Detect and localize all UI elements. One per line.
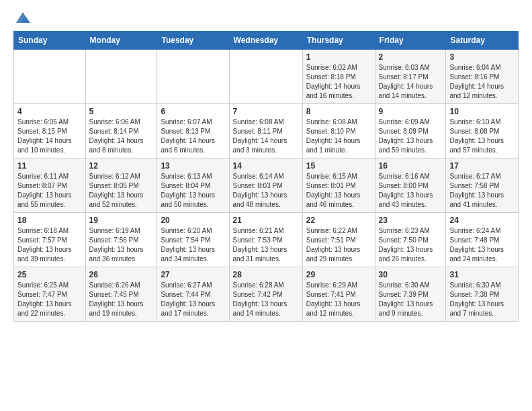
calendar-cell: 7Sunrise: 6:08 AM Sunset: 8:11 PM Daylig… (229, 104, 302, 158)
calendar-table: SundayMondayTuesdayWednesdayThursdayFrid… (13, 31, 519, 322)
day-info: Sunrise: 6:13 AM Sunset: 8:04 PM Dayligh… (161, 172, 225, 210)
day-info: Sunrise: 6:05 AM Sunset: 8:15 PM Dayligh… (17, 118, 82, 155)
calendar-cell: 5Sunrise: 6:06 AM Sunset: 8:14 PM Daylig… (85, 104, 157, 158)
day-info: Sunrise: 6:17 AM Sunset: 7:58 PM Dayligh… (449, 172, 515, 210)
day-info: Sunrise: 6:28 AM Sunset: 7:42 PM Dayligh… (233, 281, 299, 318)
day-number: 14 (233, 161, 299, 171)
day-info: Sunrise: 6:08 AM Sunset: 8:11 PM Dayligh… (233, 118, 299, 155)
calendar-cell: 21Sunrise: 6:21 AM Sunset: 7:53 PM Dayli… (229, 213, 302, 267)
day-number: 10 (449, 107, 515, 116)
day-number: 24 (449, 216, 515, 225)
day-number: 30 (379, 270, 443, 279)
calendar-cell: 22Sunrise: 6:22 AM Sunset: 7:51 PM Dayli… (302, 213, 375, 267)
calendar-week-row: 25Sunrise: 6:25 AM Sunset: 7:47 PM Dayli… (14, 267, 519, 322)
day-number: 21 (233, 216, 299, 225)
calendar-week-row: 11Sunrise: 6:11 AM Sunset: 8:07 PM Dayli… (14, 158, 519, 213)
calendar-cell (229, 50, 302, 104)
calendar-week-row: 1Sunrise: 6:02 AM Sunset: 8:18 PM Daylig… (14, 50, 519, 104)
page-header (13, 11, 519, 24)
day-info: Sunrise: 6:11 AM Sunset: 8:07 PM Dayligh… (17, 172, 82, 210)
day-number: 22 (306, 216, 371, 225)
calendar-cell: 19Sunrise: 6:19 AM Sunset: 7:56 PM Dayli… (85, 213, 157, 267)
weekday-header-saturday: Saturday (446, 32, 519, 50)
calendar-cell: 23Sunrise: 6:23 AM Sunset: 7:50 PM Dayli… (375, 213, 446, 267)
day-number: 19 (89, 216, 154, 225)
day-info: Sunrise: 6:30 AM Sunset: 7:38 PM Dayligh… (449, 281, 515, 318)
calendar-cell: 24Sunrise: 6:24 AM Sunset: 7:48 PM Dayli… (446, 213, 519, 267)
day-number: 15 (306, 161, 371, 171)
day-number: 12 (89, 161, 154, 171)
day-info: Sunrise: 6:03 AM Sunset: 8:17 PM Dayligh… (379, 63, 443, 101)
day-info: Sunrise: 6:29 AM Sunset: 7:41 PM Dayligh… (306, 281, 371, 318)
day-number: 7 (233, 107, 299, 116)
day-number: 3 (449, 52, 515, 62)
calendar-cell: 1Sunrise: 6:02 AM Sunset: 8:18 PM Daylig… (302, 50, 375, 104)
calendar-cell: 20Sunrise: 6:20 AM Sunset: 7:54 PM Dayli… (157, 213, 229, 267)
day-info: Sunrise: 6:18 AM Sunset: 7:57 PM Dayligh… (17, 226, 82, 264)
day-number: 5 (89, 107, 154, 116)
calendar-cell: 26Sunrise: 6:26 AM Sunset: 7:45 PM Dayli… (85, 267, 157, 322)
day-info: Sunrise: 6:23 AM Sunset: 7:50 PM Dayligh… (379, 226, 443, 264)
weekday-header-sunday: Sunday (14, 32, 86, 50)
day-info: Sunrise: 6:14 AM Sunset: 8:03 PM Dayligh… (233, 172, 299, 210)
day-info: Sunrise: 6:12 AM Sunset: 8:05 PM Dayligh… (89, 172, 154, 210)
day-info: Sunrise: 6:19 AM Sunset: 7:56 PM Dayligh… (89, 226, 154, 264)
calendar-cell: 15Sunrise: 6:15 AM Sunset: 8:01 PM Dayli… (302, 158, 375, 213)
calendar-cell: 29Sunrise: 6:29 AM Sunset: 7:41 PM Dayli… (302, 267, 375, 322)
calendar-cell: 11Sunrise: 6:11 AM Sunset: 8:07 PM Dayli… (14, 158, 86, 213)
calendar-cell: 31Sunrise: 6:30 AM Sunset: 7:38 PM Dayli… (446, 267, 519, 322)
day-info: Sunrise: 6:08 AM Sunset: 8:10 PM Dayligh… (306, 118, 371, 155)
day-number: 4 (17, 107, 82, 116)
day-info: Sunrise: 6:30 AM Sunset: 7:39 PM Dayligh… (379, 281, 443, 318)
calendar-cell: 13Sunrise: 6:13 AM Sunset: 8:04 PM Dayli… (157, 158, 229, 213)
calendar-cell: 18Sunrise: 6:18 AM Sunset: 7:57 PM Dayli… (14, 213, 86, 267)
weekday-header-thursday: Thursday (302, 32, 375, 50)
day-info: Sunrise: 6:24 AM Sunset: 7:48 PM Dayligh… (449, 226, 515, 264)
calendar-cell: 3Sunrise: 6:04 AM Sunset: 8:16 PM Daylig… (446, 50, 519, 104)
calendar-cell: 28Sunrise: 6:28 AM Sunset: 7:42 PM Dayli… (229, 267, 302, 322)
day-number: 2 (379, 52, 443, 62)
day-number: 31 (449, 270, 515, 279)
calendar-cell: 6Sunrise: 6:07 AM Sunset: 8:13 PM Daylig… (157, 104, 229, 158)
day-number: 26 (89, 270, 154, 279)
calendar-cell: 9Sunrise: 6:09 AM Sunset: 8:09 PM Daylig… (375, 104, 446, 158)
weekday-header-monday: Monday (85, 32, 157, 50)
day-info: Sunrise: 6:22 AM Sunset: 7:51 PM Dayligh… (306, 226, 371, 264)
day-info: Sunrise: 6:09 AM Sunset: 8:09 PM Dayligh… (379, 118, 443, 155)
day-number: 28 (233, 270, 299, 279)
day-info: Sunrise: 6:10 AM Sunset: 8:08 PM Dayligh… (449, 118, 515, 155)
logo (13, 11, 31, 24)
day-number: 25 (17, 270, 82, 279)
day-number: 23 (379, 216, 443, 225)
day-info: Sunrise: 6:06 AM Sunset: 8:14 PM Dayligh… (89, 118, 154, 155)
calendar-week-row: 18Sunrise: 6:18 AM Sunset: 7:57 PM Dayli… (14, 213, 519, 267)
day-number: 16 (379, 161, 443, 171)
calendar-cell (85, 50, 157, 104)
day-info: Sunrise: 6:25 AM Sunset: 7:47 PM Dayligh… (17, 281, 82, 318)
calendar-week-row: 4Sunrise: 6:05 AM Sunset: 8:15 PM Daylig… (14, 104, 519, 158)
calendar-cell: 17Sunrise: 6:17 AM Sunset: 7:58 PM Dayli… (446, 158, 519, 213)
day-number: 11 (17, 161, 82, 171)
calendar-cell: 25Sunrise: 6:25 AM Sunset: 7:47 PM Dayli… (14, 267, 86, 322)
weekday-header-tuesday: Tuesday (157, 32, 229, 50)
day-number: 29 (306, 270, 371, 279)
day-info: Sunrise: 6:27 AM Sunset: 7:44 PM Dayligh… (161, 281, 225, 318)
day-info: Sunrise: 6:02 AM Sunset: 8:18 PM Dayligh… (306, 63, 371, 101)
day-number: 20 (161, 216, 225, 225)
day-info: Sunrise: 6:04 AM Sunset: 8:16 PM Dayligh… (449, 63, 515, 101)
weekday-header-friday: Friday (375, 32, 446, 50)
day-number: 1 (306, 52, 371, 62)
calendar-cell: 2Sunrise: 6:03 AM Sunset: 8:17 PM Daylig… (375, 50, 446, 104)
calendar-cell: 10Sunrise: 6:10 AM Sunset: 8:08 PM Dayli… (446, 104, 519, 158)
day-number: 6 (161, 107, 225, 116)
calendar-cell (157, 50, 229, 104)
day-info: Sunrise: 6:21 AM Sunset: 7:53 PM Dayligh… (233, 226, 299, 264)
day-number: 17 (449, 161, 515, 171)
calendar-cell: 30Sunrise: 6:30 AM Sunset: 7:39 PM Dayli… (375, 267, 446, 322)
calendar-cell: 14Sunrise: 6:14 AM Sunset: 8:03 PM Dayli… (229, 158, 302, 213)
weekday-header-row: SundayMondayTuesdayWednesdayThursdayFrid… (14, 32, 519, 50)
day-number: 9 (379, 107, 443, 116)
day-number: 27 (161, 270, 225, 279)
day-info: Sunrise: 6:20 AM Sunset: 7:54 PM Dayligh… (161, 226, 225, 264)
day-info: Sunrise: 6:07 AM Sunset: 8:13 PM Dayligh… (161, 118, 225, 155)
